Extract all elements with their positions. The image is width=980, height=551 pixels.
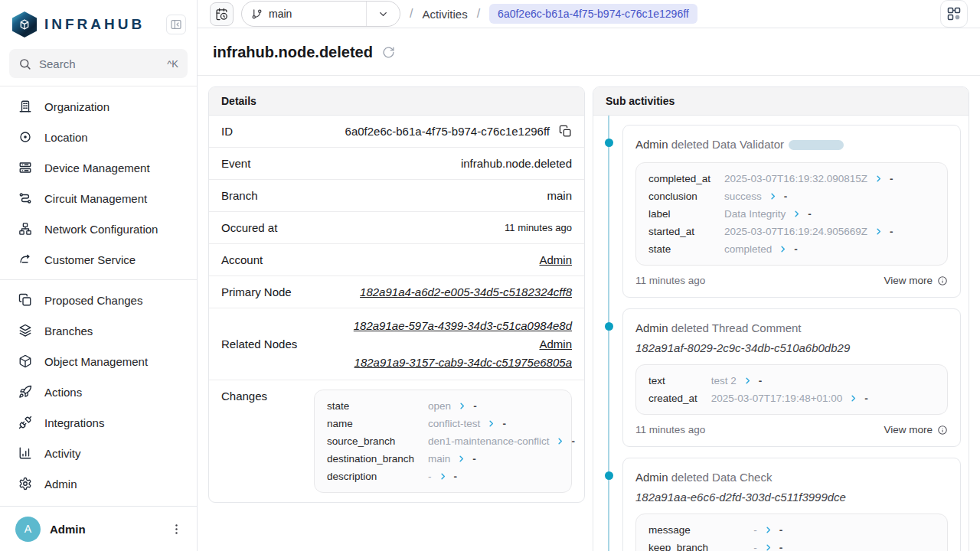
timeline-dot <box>605 139 613 147</box>
schema-workflow-icon[interactable] <box>940 0 968 28</box>
account-link[interactable]: Admin <box>539 336 572 352</box>
change-new-value: - <box>472 453 476 465</box>
view-more-button[interactable]: View more <box>884 275 948 286</box>
sidebar: INFRAHUB Search ^K OrganizationLocationD… <box>0 0 198 551</box>
bar-chart-icon <box>18 446 32 460</box>
account-link[interactable]: Admin <box>539 253 572 266</box>
change-key: keep_branch <box>648 542 740 551</box>
sidebar-item-customer-service[interactable]: Customer Service <box>0 244 197 275</box>
skeleton-placeholder <box>789 140 844 150</box>
infrahub-logo-icon <box>12 11 37 37</box>
change-old-value: main <box>428 453 450 465</box>
change-key: name <box>327 418 414 429</box>
change-new-value: - <box>571 435 575 447</box>
chevron-right-icon <box>487 419 495 428</box>
change-key: destination_branch <box>327 453 414 465</box>
sidebar-item-network-configuration[interactable]: Network Configuration <box>0 214 197 244</box>
breadcrumb-separator: / <box>477 7 480 21</box>
related-nodes-list: 182a91ae-597a-4399-34d3-c51ca0984e8dAdmi… <box>354 318 572 370</box>
details-row: AccountAdmin <box>209 243 584 276</box>
search-input[interactable]: Search ^K <box>9 49 188 78</box>
plug-icon <box>18 416 32 429</box>
change-value: den1-maintenance-conflict- <box>428 435 559 447</box>
change-key: completed_at <box>648 173 710 184</box>
gear-icon <box>18 477 32 491</box>
copy-icon[interactable] <box>559 125 572 138</box>
change-key: label <box>648 208 710 220</box>
sub-activities-panel: Sub activities Admin deleted Data Valida… <box>593 86 969 551</box>
sidebar-item-proposed-changes[interactable]: Proposed Changes <box>0 285 197 315</box>
change-old-value: conflict-test <box>428 418 480 429</box>
details-row-value: infrahub.node.deleted <box>461 157 572 170</box>
change-value: test 2- <box>711 375 935 386</box>
details-panel: Details ID6a0f2e6c-b61a-4f75-b974-c76c1e… <box>208 86 585 503</box>
change-value: -- <box>753 542 935 551</box>
user-menu-kebab-icon[interactable] <box>166 519 186 539</box>
change-old-value: 2025-03-07T16:19:24.905669Z <box>724 226 867 237</box>
node-link[interactable]: 182a91a4-a6d2-e005-34d5-c5182324cff8 <box>360 285 572 298</box>
change-value: open- <box>428 400 559 412</box>
sidebar-item-activity[interactable]: Activity <box>0 438 197 468</box>
calendar-clock-icon[interactable] <box>210 2 234 26</box>
change-old-value: Data Integrity <box>724 208 786 220</box>
info-icon <box>937 276 948 286</box>
details-row: Changesstateopen-nameconflict-test-sourc… <box>209 380 584 502</box>
change-new-value: - <box>794 243 798 255</box>
change-key: source_branch <box>327 435 414 447</box>
server-icon <box>18 161 32 174</box>
chevron-right-icon <box>874 227 883 236</box>
change-value: -- <box>753 524 935 536</box>
change-value: 2025-03-07T16:19:24.905669Z- <box>724 226 935 237</box>
change-value: success- <box>724 191 935 202</box>
change-key: state <box>327 400 414 412</box>
change-old-value: den1-maintenance-conflict <box>428 435 549 447</box>
sidebar-item-location[interactable]: Location <box>0 122 197 152</box>
network-icon <box>18 222 32 236</box>
change-new-value: - <box>864 393 868 404</box>
activity-action: deleted Data Validator <box>671 138 784 151</box>
search-shortcut: ^K <box>167 58 178 70</box>
change-new-value: - <box>502 418 506 429</box>
breadcrumb-activity-id[interactable]: 6a0f2e6c-b61a-4f75-b974-c76c1e1296ff <box>489 4 697 24</box>
branch-dropdown-toggle[interactable] <box>366 2 400 26</box>
sidebar-item-integrations[interactable]: Integrations <box>0 407 197 438</box>
info-icon <box>937 425 948 435</box>
details-row-value: 6a0f2e6c-b61a-4f75-b974-c76c1e1296ff <box>345 125 572 138</box>
sidebar-item-label: Object Management <box>44 355 148 368</box>
sidebar-item-label: Circuit Management <box>44 192 147 205</box>
details-row-label: Related Nodes <box>221 337 297 350</box>
sidebar-collapse-icon[interactable] <box>166 15 186 34</box>
breadcrumb-activities-link[interactable]: Activities <box>422 8 467 21</box>
change-old-value: test 2 <box>711 375 737 386</box>
change-key: text <box>648 375 697 386</box>
chevron-right-icon <box>556 437 564 445</box>
sidebar-item-label: Admin <box>44 478 77 491</box>
sidebar-item-organization[interactable]: Organization <box>0 91 197 122</box>
change-new-value: - <box>779 524 783 536</box>
branch-selector[interactable]: main <box>241 1 400 27</box>
change-old-value: open <box>428 400 451 412</box>
change-value: completed- <box>724 243 935 255</box>
sidebar-item-device-management[interactable]: Device Management <box>0 152 197 183</box>
node-link[interactable]: 182a91ae-597a-4399-34d3-c51ca0984e8d <box>354 318 572 334</box>
sidebar-nav-group: Proposed ChangesBranchesObject Managemen… <box>0 279 197 504</box>
rocket-icon <box>18 385 32 399</box>
change-old-value: completed <box>724 243 772 255</box>
change-new-value: - <box>890 226 893 237</box>
view-more-button[interactable]: View more <box>884 424 948 435</box>
sidebar-item-circuit-management[interactable]: Circuit Management <box>0 183 197 214</box>
sidebar-item-branches[interactable]: Branches <box>0 315 197 346</box>
sidebar-item-admin[interactable]: Admin <box>0 468 197 499</box>
sidebar-item-label: Location <box>44 131 88 144</box>
details-rows: ID6a0f2e6c-b61a-4f75-b974-c76c1e1296ffEv… <box>209 116 584 502</box>
breadcrumb-separator: / <box>410 7 413 21</box>
chevron-right-icon <box>764 543 773 551</box>
view-more-label: View more <box>884 424 933 435</box>
sidebar-item-object-management[interactable]: Object Management <box>0 346 197 377</box>
id-value: 6a0f2e6c-b61a-4f75-b974-c76c1e1296ff <box>345 125 550 138</box>
sidebar-item-actions[interactable]: Actions <box>0 377 197 407</box>
activity-actor: Admin <box>635 471 668 484</box>
refresh-icon[interactable] <box>382 46 395 59</box>
change-key: message <box>648 524 740 536</box>
node-link[interactable]: 182a91a9-3157-cab9-34dc-c51975e6805a <box>354 354 572 370</box>
